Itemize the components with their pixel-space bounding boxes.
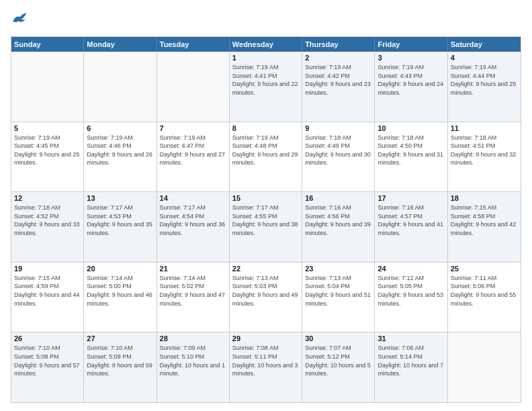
day-number: 27 [87,334,153,342]
day-info: Sunrise: 7:18 AM Sunset: 4:50 PM Dayligh… [378,134,444,167]
day-info: Sunrise: 7:15 AM Sunset: 4:58 PM Dayligh… [451,203,518,237]
day-info: Sunrise: 7:12 AM Sunset: 5:05 PM Dayligh… [378,274,444,308]
day-number: 19 [14,265,81,273]
day-number: 12 [14,194,81,202]
day-info: Sunrise: 7:17 AM Sunset: 4:53 PM Dayligh… [87,203,153,237]
weekday-header: Tuesday [157,37,230,52]
day-info: Sunrise: 7:11 AM Sunset: 5:06 PM Dayligh… [451,274,518,308]
calendar-row: 26Sunrise: 7:10 AM Sunset: 5:08 PM Dayli… [11,332,521,402]
weekday-header: Sunday [11,37,84,52]
day-number: 9 [305,124,371,132]
day-info: Sunrise: 7:13 AM Sunset: 5:04 PM Dayligh… [305,274,371,308]
day-info: Sunrise: 7:16 AM Sunset: 4:57 PM Dayligh… [378,203,444,237]
calendar-cell: 30Sunrise: 7:07 AM Sunset: 5:12 PM Dayli… [302,332,375,402]
calendar-cell: 3Sunrise: 7:19 AM Sunset: 4:43 PM Daylig… [375,52,447,122]
day-number: 21 [160,265,226,273]
page-header [11,11,521,30]
day-number: 13 [87,194,153,202]
calendar-cell: 31Sunrise: 7:06 AM Sunset: 5:14 PM Dayli… [375,332,447,402]
calendar-cell: 17Sunrise: 7:16 AM Sunset: 4:57 PM Dayli… [375,192,447,262]
day-number: 3 [378,54,444,62]
day-info: Sunrise: 7:08 AM Sunset: 5:11 PM Dayligh… [232,344,299,377]
calendar-cell: 27Sunrise: 7:10 AM Sunset: 5:09 PM Dayli… [84,332,157,402]
logo [11,11,32,30]
logo-icon [11,11,30,30]
calendar-cell: 4Sunrise: 7:19 AM Sunset: 4:44 PM Daylig… [448,52,521,122]
calendar-cell: 25Sunrise: 7:11 AM Sunset: 5:06 PM Dayli… [448,263,521,332]
calendar-cell: 18Sunrise: 7:15 AM Sunset: 4:58 PM Dayli… [448,192,521,262]
day-info: Sunrise: 7:18 AM Sunset: 4:49 PM Dayligh… [305,134,371,167]
calendar-cell: 2Sunrise: 7:19 AM Sunset: 4:42 PM Daylig… [302,52,375,122]
day-number: 24 [378,265,444,273]
day-info: Sunrise: 7:19 AM Sunset: 4:44 PM Dayligh… [451,63,518,97]
day-number: 4 [451,54,518,62]
day-number: 14 [160,194,226,202]
calendar-cell [448,332,521,402]
day-info: Sunrise: 7:17 AM Sunset: 4:55 PM Dayligh… [232,203,299,237]
day-number: 17 [378,194,444,202]
day-number: 25 [451,265,518,273]
day-number: 5 [14,124,81,132]
day-number: 6 [87,124,153,132]
calendar-cell: 26Sunrise: 7:10 AM Sunset: 5:08 PM Dayli… [11,332,84,402]
day-number: 1 [232,54,299,62]
day-info: Sunrise: 7:19 AM Sunset: 4:45 PM Dayligh… [14,134,81,167]
day-number: 7 [160,124,226,132]
day-info: Sunrise: 7:18 AM Sunset: 4:52 PM Dayligh… [14,203,81,237]
calendar-cell: 6Sunrise: 7:19 AM Sunset: 4:46 PM Daylig… [84,122,157,192]
calendar-cell: 21Sunrise: 7:14 AM Sunset: 5:02 PM Dayli… [157,263,230,332]
calendar-cell: 20Sunrise: 7:14 AM Sunset: 5:00 PM Dayli… [84,263,157,332]
calendar-cell: 9Sunrise: 7:18 AM Sunset: 4:49 PM Daylig… [302,122,375,192]
day-number: 31 [378,334,444,342]
calendar-body: 1Sunrise: 7:19 AM Sunset: 4:41 PM Daylig… [11,52,521,402]
calendar-cell: 10Sunrise: 7:18 AM Sunset: 4:50 PM Dayli… [375,122,447,192]
calendar-cell: 16Sunrise: 7:16 AM Sunset: 4:56 PM Dayli… [302,192,375,262]
calendar-cell: 22Sunrise: 7:13 AM Sunset: 5:03 PM Dayli… [230,263,302,332]
day-info: Sunrise: 7:15 AM Sunset: 4:59 PM Dayligh… [14,274,81,308]
calendar-row: 1Sunrise: 7:19 AM Sunset: 4:41 PM Daylig… [11,52,521,122]
calendar-header: SundayMondayTuesdayWednesdayThursdayFrid… [11,37,521,52]
day-info: Sunrise: 7:18 AM Sunset: 4:51 PM Dayligh… [451,134,518,167]
day-info: Sunrise: 7:19 AM Sunset: 4:48 PM Dayligh… [232,134,299,167]
day-number: 16 [305,194,371,202]
day-info: Sunrise: 7:19 AM Sunset: 4:47 PM Dayligh… [160,134,226,167]
day-number: 26 [14,334,81,342]
calendar-cell: 7Sunrise: 7:19 AM Sunset: 4:47 PM Daylig… [157,122,230,192]
day-info: Sunrise: 7:16 AM Sunset: 4:56 PM Dayligh… [305,203,371,237]
calendar-row: 12Sunrise: 7:18 AM Sunset: 4:52 PM Dayli… [11,191,521,262]
day-number: 18 [451,194,518,202]
day-info: Sunrise: 7:19 AM Sunset: 4:41 PM Dayligh… [232,63,299,97]
day-info: Sunrise: 7:19 AM Sunset: 4:43 PM Dayligh… [378,63,444,97]
calendar-row: 5Sunrise: 7:19 AM Sunset: 4:45 PM Daylig… [11,122,521,192]
weekday-header: Thursday [302,37,375,52]
day-info: Sunrise: 7:13 AM Sunset: 5:03 PM Dayligh… [232,274,299,308]
weekday-header: Monday [84,37,157,52]
day-info: Sunrise: 7:10 AM Sunset: 5:08 PM Dayligh… [14,344,81,377]
calendar-cell: 15Sunrise: 7:17 AM Sunset: 4:55 PM Dayli… [230,192,302,262]
calendar-cell: 5Sunrise: 7:19 AM Sunset: 4:45 PM Daylig… [11,122,84,192]
day-info: Sunrise: 7:14 AM Sunset: 5:02 PM Dayligh… [160,274,226,308]
day-number: 29 [232,334,299,342]
calendar-cell: 29Sunrise: 7:08 AM Sunset: 5:11 PM Dayli… [230,332,302,402]
day-info: Sunrise: 7:07 AM Sunset: 5:12 PM Dayligh… [305,344,371,377]
calendar: SundayMondayTuesdayWednesdayThursdayFrid… [11,36,521,403]
day-number: 20 [87,265,153,273]
day-number: 28 [160,334,226,342]
day-info: Sunrise: 7:17 AM Sunset: 4:54 PM Dayligh… [160,203,226,237]
day-number: 10 [378,124,444,132]
calendar-row: 19Sunrise: 7:15 AM Sunset: 4:59 PM Dayli… [11,262,521,332]
calendar-cell: 12Sunrise: 7:18 AM Sunset: 4:52 PM Dayli… [11,192,84,262]
weekday-header: Saturday [448,37,521,52]
day-number: 23 [305,265,371,273]
day-number: 11 [451,124,518,132]
calendar-cell: 8Sunrise: 7:19 AM Sunset: 4:48 PM Daylig… [230,122,302,192]
day-number: 8 [232,124,299,132]
day-number: 2 [305,54,371,62]
calendar-cell: 23Sunrise: 7:13 AM Sunset: 5:04 PM Dayli… [302,263,375,332]
day-info: Sunrise: 7:14 AM Sunset: 5:00 PM Dayligh… [87,274,153,308]
calendar-cell: 11Sunrise: 7:18 AM Sunset: 4:51 PM Dayli… [448,122,521,192]
calendar-cell: 1Sunrise: 7:19 AM Sunset: 4:41 PM Daylig… [230,52,302,122]
calendar-cell: 24Sunrise: 7:12 AM Sunset: 5:05 PM Dayli… [375,263,447,332]
day-info: Sunrise: 7:19 AM Sunset: 4:46 PM Dayligh… [87,134,153,167]
calendar-cell: 14Sunrise: 7:17 AM Sunset: 4:54 PM Dayli… [157,192,230,262]
